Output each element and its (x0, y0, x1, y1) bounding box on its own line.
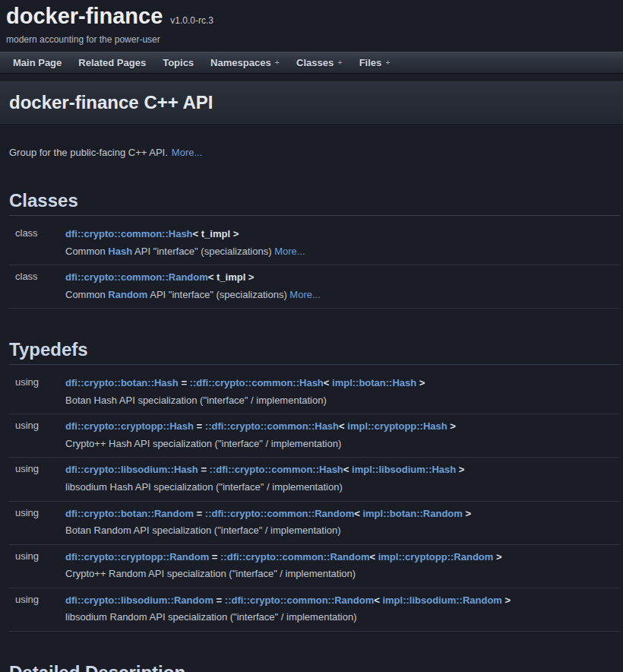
code-link[interactable]: dfi::crypto::botan::Hash (65, 377, 179, 388)
code-text: libsodium Hash API specialization ("inte… (65, 481, 343, 493)
page-header: docker-finance C++ API (0, 81, 623, 125)
member-name: dfi::crypto::cryptopp::Hash = ::dfi::cry… (65, 420, 620, 433)
code-link[interactable]: impl::cryptopp::Hash (347, 420, 447, 432)
code-link[interactable]: dfi::crypto::libsodium::Random (65, 594, 213, 606)
table-row: usingdfi::crypto::libsodium::Random = ::… (9, 588, 620, 632)
member-name: dfi::crypto::libsodium::Random = ::dfi::… (65, 594, 620, 607)
member-kind: using (9, 463, 65, 493)
member-cell: dfi::crypto::common::Hash< t_impl >Commo… (65, 227, 620, 258)
code-text: < t_impl > (193, 228, 239, 239)
code-text: Common (65, 289, 108, 300)
code-link[interactable]: dfi::crypto::cryptopp::Random (65, 551, 209, 563)
detailed-description-heading: Detailed Description (9, 661, 620, 672)
typedefs-table: usingdfi::crypto::botan::Hash = ::dfi::c… (9, 371, 620, 632)
code-link[interactable]: ::dfi::crypto::common::Random (225, 594, 374, 606)
code-link[interactable]: ::dfi::crypto::common::Hash (205, 420, 339, 432)
typedefs-heading: Typedefs (9, 338, 620, 365)
code-link[interactable]: More... (274, 246, 305, 257)
member-description: Botan Hash API specialization ("interfac… (65, 394, 620, 407)
member-kind: class (9, 271, 65, 301)
code-text: API "interface" (specializations) (132, 246, 274, 257)
member-kind: using (9, 420, 65, 450)
nav-tab-label: Topics (163, 57, 194, 68)
nav-tab-label: Namespaces (210, 57, 271, 68)
nav-tab-namespaces[interactable]: Namespaces+ (202, 52, 288, 73)
table-row: classdfi::crypto::common::Random< t_impl… (9, 265, 620, 309)
code-link[interactable]: ::dfi::crypto::common::Random (205, 508, 354, 519)
code-link[interactable]: dfi::crypto::libsodium::Hash (65, 464, 198, 475)
member-name: dfi::crypto::common::Random< t_impl > (65, 271, 620, 284)
member-description: Botan Random API specialization ("interf… (65, 524, 620, 537)
nav-tab-main-page[interactable]: Main Page (5, 52, 70, 73)
table-row: usingdfi::crypto::cryptopp::Hash = ::dfi… (9, 414, 620, 458)
code-text: = (194, 508, 205, 519)
contents: Group for the public-facing C++ API.More… (0, 146, 623, 672)
nav-tab-topics[interactable]: Topics (154, 52, 202, 73)
code-text: libsodium Random API specialization ("in… (65, 611, 357, 623)
code-link[interactable]: dfi::crypto::botan::Random (65, 508, 194, 519)
code-link[interactable]: ::dfi::crypto::common::Hash (190, 377, 324, 388)
code-link[interactable]: dfi::crypto::common::Hash (65, 228, 193, 239)
code-text: Common (65, 246, 108, 257)
member-kind: using (9, 550, 65, 581)
code-text: < (354, 508, 362, 519)
code-link[interactable]: Hash (108, 246, 132, 257)
member-kind: using (9, 507, 65, 537)
member-cell: dfi::crypto::botan::Hash = ::dfi::crypto… (65, 376, 620, 407)
member-kind: using (9, 594, 65, 624)
table-row: usingdfi::crypto::cryptopp::Random = ::d… (9, 545, 620, 588)
dropdown-arrow-icon: + (337, 58, 342, 67)
code-link[interactable]: dfi::crypto::common::Random (65, 271, 208, 283)
code-text: Crypto++ Hash API specialization ("inter… (65, 438, 341, 449)
table-row: usingdfi::crypto::botan::Hash = ::dfi::c… (9, 371, 620, 414)
member-name: dfi::crypto::botan::Hash = ::dfi::crypto… (65, 376, 620, 390)
member-kind: using (9, 376, 65, 407)
nav-tab-related-pages[interactable]: Related Pages (70, 52, 154, 73)
code-link[interactable]: impl::libsodium::Random (382, 594, 501, 606)
code-text: < (324, 377, 332, 388)
dropdown-arrow-icon: + (275, 58, 280, 67)
code-link[interactable]: dfi::crypto::cryptopp::Hash (65, 420, 194, 432)
code-link[interactable]: ::dfi::crypto::common::Hash (210, 464, 343, 475)
code-text: < (343, 464, 352, 475)
member-description: Common Random API "interface" (specializ… (65, 288, 620, 302)
nav-tab-label: Main Page (13, 57, 62, 68)
member-cell: dfi::crypto::cryptopp::Random = ::dfi::c… (65, 550, 620, 581)
project-brief: modern accounting for the power-user (6, 34, 617, 50)
member-cell: dfi::crypto::common::Random< t_impl >Com… (65, 271, 620, 301)
code-text: Botan Random API specialization ("interf… (65, 525, 341, 536)
page-title: docker-finance C++ API (9, 92, 614, 113)
nav-tab-files[interactable]: Files+ (351, 52, 399, 73)
code-text: < (339, 420, 347, 432)
table-row: usingdfi::crypto::botan::Random = ::dfi:… (9, 502, 620, 545)
code-text: = (179, 377, 190, 388)
title-area: docker-finance v1.0.0-rc.3 modern accoun… (0, 0, 623, 52)
nav-tab-classes[interactable]: Classes+ (288, 52, 351, 73)
code-text: API "interface" (specializations) (147, 289, 289, 300)
code-text: = (213, 594, 225, 606)
table-row: classdfi::crypto::common::Hash< t_impl >… (9, 222, 620, 265)
code-text: Botan Hash API specialization ("interfac… (65, 395, 327, 406)
code-link[interactable]: Random (108, 289, 147, 300)
code-link[interactable]: impl::botan::Random (362, 508, 462, 519)
more-link[interactable]: More... (172, 147, 202, 158)
member-name: dfi::crypto::botan::Random = ::dfi::cryp… (65, 507, 620, 521)
member-description: Common Hash API "interface" (specializat… (65, 245, 620, 258)
member-description: Crypto++ Hash API specialization ("inter… (65, 437, 620, 451)
code-text: > (493, 551, 501, 563)
member-kind: class (9, 227, 65, 258)
code-link[interactable]: impl::botan::Hash (332, 377, 416, 388)
code-link[interactable]: ::dfi::crypto::common::Random (220, 551, 369, 563)
member-name: dfi::crypto::cryptopp::Random = ::dfi::c… (65, 550, 620, 564)
member-name: dfi::crypto::libsodium::Hash = ::dfi::cr… (65, 463, 620, 477)
code-link[interactable]: More... (289, 289, 320, 300)
nav-tab-label: Files (359, 57, 382, 68)
code-text: > (456, 464, 464, 475)
member-cell: dfi::crypto::botan::Random = ::dfi::cryp… (65, 507, 620, 537)
code-text: > (447, 420, 456, 432)
code-link[interactable]: impl::libsodium::Hash (352, 464, 456, 475)
table-row: usingdfi::crypto::libsodium::Hash = ::df… (9, 458, 620, 501)
member-cell: dfi::crypto::cryptopp::Hash = ::dfi::cry… (65, 420, 620, 450)
code-link[interactable]: impl::cryptopp::Random (378, 551, 494, 563)
intro-paragraph: Group for the public-facing C++ API.More… (9, 146, 620, 160)
